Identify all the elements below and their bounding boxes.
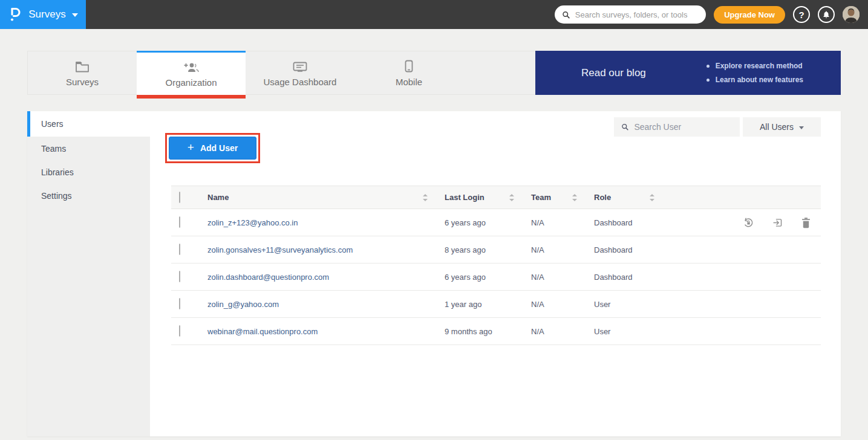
user-email-link[interactable]: zolin.dashboard@questionpro.com: [207, 273, 329, 282]
user-email-link[interactable]: zolin_z+123@yahoo.co.in: [207, 218, 298, 227]
delete-user-button[interactable]: [801, 217, 811, 228]
tab-surveys[interactable]: Surveys: [28, 51, 137, 94]
bullet-dot-icon: [706, 79, 710, 82]
banner-title-link[interactable]: Read our blog: [581, 67, 646, 79]
role-value: Dashboard: [594, 273, 633, 282]
last-login-value: 8 years ago: [445, 245, 486, 254]
users-content: All Users + Add User Name Last Login: [150, 111, 841, 436]
question-mark-icon: ?: [798, 10, 804, 20]
sort-icon[interactable]: [509, 194, 514, 201]
last-login-value: 9 months ago: [445, 327, 492, 336]
sidebar-item-label: Libraries: [41, 167, 74, 177]
team-value: N/A: [531, 218, 544, 227]
notifications-button[interactable]: [818, 6, 835, 23]
plus-icon: +: [188, 141, 194, 154]
add-user-button[interactable]: + Add User: [169, 137, 256, 160]
team-value: N/A: [531, 273, 544, 282]
table-row: zolin.gonsalves+11@surveyanalytics.com 8…: [171, 236, 821, 264]
user-filter-bar: All Users: [614, 117, 821, 137]
role-value: User: [594, 300, 610, 309]
user-email-link[interactable]: zolin_g@yahoo.com: [207, 300, 279, 309]
banner-bullet-item: Explore research method: [706, 62, 803, 70]
questionpro-logo-icon: [8, 7, 22, 22]
sidebar-item-label: Settings: [41, 191, 72, 201]
last-login-value: 6 years ago: [445, 218, 486, 227]
sort-icon[interactable]: [650, 194, 654, 201]
dashboard-icon: [293, 59, 307, 73]
banner-bullet-item: Learn about new features: [706, 76, 803, 84]
sidebar-item-libraries[interactable]: Libraries: [27, 160, 150, 184]
global-search[interactable]: [555, 5, 706, 24]
row-checkbox[interactable]: [179, 244, 180, 255]
table-row: zolin.dashboard@questionpro.com 6 years …: [171, 264, 821, 291]
table-row: webinar@mail.questionpro.com 9 months ag…: [171, 318, 821, 345]
tab-mobile[interactable]: Mobile: [354, 51, 463, 94]
column-header-team: Team: [531, 193, 551, 202]
reset-password-button[interactable]: [743, 217, 754, 228]
annotation-highlight-underline: [137, 95, 246, 99]
login-icon: [772, 217, 783, 228]
users-table: Name Last Login Team Role: [171, 186, 821, 345]
banner-bullet-text: Learn about new features: [716, 76, 803, 84]
chevron-down-icon: [72, 13, 78, 17]
row-checkbox[interactable]: [179, 271, 180, 282]
bell-icon: [822, 10, 830, 19]
tab-surveys-label: Surveys: [66, 77, 99, 87]
blog-promo-banner[interactable]: Read our blog Explore research method Le…: [535, 51, 841, 95]
sidebar-item-settings[interactable]: Settings: [27, 184, 150, 207]
bullet-dot-icon: [706, 65, 710, 68]
role-value: User: [594, 327, 610, 336]
sidebar-item-label: Users: [41, 119, 64, 129]
banner-bullet-list: Explore research method Learn about new …: [706, 62, 803, 84]
product-label: Surveys: [28, 8, 65, 21]
user-filter-dropdown[interactable]: All Users: [743, 117, 821, 137]
user-filter-label: All Users: [760, 122, 794, 132]
user-avatar[interactable]: [843, 6, 860, 23]
tab-usage-dashboard[interactable]: Usage Dashboard: [246, 51, 354, 94]
section-nav-strip: Surveys Organization: [27, 51, 841, 95]
sidebar-item-users[interactable]: Users: [27, 111, 150, 137]
folder-icon: [75, 59, 90, 73]
row-checkbox[interactable]: [179, 325, 180, 337]
search-icon: [621, 123, 628, 131]
user-email-link[interactable]: zolin.gonsalves+11@surveyanalytics.com: [207, 245, 353, 254]
global-search-input[interactable]: [575, 10, 699, 19]
user-email-link[interactable]: webinar@mail.questionpro.com: [207, 327, 318, 336]
banner-bullet-text: Explore research method: [716, 62, 803, 70]
upgrade-now-button[interactable]: Upgrade Now: [714, 6, 785, 24]
select-all-checkbox[interactable]: [179, 192, 180, 203]
table-row: zolin_z+123@yahoo.co.in 6 years ago N/A …: [171, 209, 821, 236]
help-button[interactable]: ?: [793, 6, 810, 23]
sort-icon[interactable]: [423, 194, 428, 201]
login-as-user-button[interactable]: [772, 217, 783, 228]
sort-icon[interactable]: [572, 194, 577, 201]
column-header-name: Name: [207, 193, 229, 202]
table-header-row: Name Last Login Team Role: [171, 186, 821, 209]
product-switcher[interactable]: Surveys: [0, 0, 86, 29]
team-value: N/A: [531, 327, 544, 336]
last-login-value: 1 year ago: [445, 300, 481, 309]
annotation-highlight-box: + Add User: [165, 133, 260, 163]
trash-icon: [801, 217, 811, 228]
sidebar-item-label: Teams: [41, 144, 66, 154]
add-user-group-icon: [183, 60, 200, 73]
team-value: N/A: [531, 245, 544, 254]
tab-organization-label: Organization: [165, 77, 217, 88]
sidebar-item-teams[interactable]: Teams: [27, 137, 150, 160]
column-header-role: Role: [594, 193, 611, 202]
tab-organization[interactable]: Organization: [137, 51, 246, 95]
team-value: N/A: [531, 300, 544, 309]
reset-password-icon: [743, 217, 754, 228]
tab-usage-dashboard-label: Usage Dashboard: [264, 77, 337, 87]
tab-mobile-label: Mobile: [396, 77, 422, 87]
user-search-input[interactable]: [634, 122, 733, 132]
chevron-down-icon: [799, 126, 804, 129]
mobile-icon: [405, 59, 413, 73]
table-row: zolin_g@yahoo.com 1 year ago N/A User: [171, 291, 821, 318]
user-search[interactable]: [614, 117, 740, 137]
row-checkbox[interactable]: [179, 216, 180, 228]
row-checkbox[interactable]: [179, 298, 180, 309]
organization-panel: Users Teams Libraries Settings All Users: [27, 111, 841, 436]
role-value: Dashboard: [594, 218, 633, 227]
add-user-label: Add User: [200, 143, 238, 153]
